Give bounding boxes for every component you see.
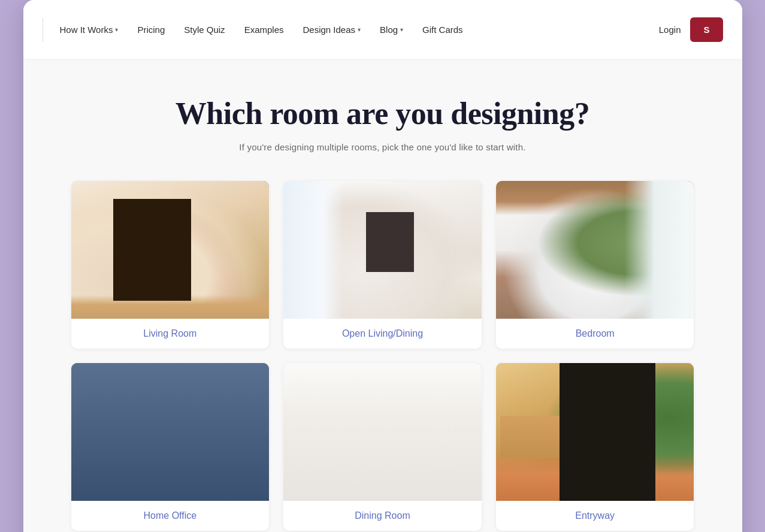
- page-title: Which room are you designing?: [71, 96, 694, 131]
- cta-button[interactable]: S: [690, 17, 722, 42]
- room-label-living-room: Living Room: [71, 319, 270, 349]
- nav-divider: [43, 18, 43, 42]
- room-image-open-living-dining: [283, 181, 482, 319]
- room-card-open-living-dining[interactable]: Open Living/Dining: [283, 181, 482, 349]
- room-label-open-living-dining: Open Living/Dining: [283, 319, 482, 349]
- room-label-bedroom: Bedroom: [496, 319, 694, 349]
- nav-links: How It Works▾PricingStyle QuizExamplesDe…: [60, 25, 659, 35]
- nav-link-design-ideas[interactable]: Design Ideas▾: [303, 25, 361, 35]
- room-card-dining-room[interactable]: Dining Room: [283, 363, 482, 531]
- login-button[interactable]: Login: [659, 25, 681, 35]
- room-card-living-room[interactable]: Living Room: [71, 181, 270, 349]
- room-label-dining-room: Dining Room: [283, 501, 482, 531]
- room-label-home-office: Home Office: [71, 501, 270, 531]
- main-window: How It Works▾PricingStyle QuizExamplesDe…: [23, 0, 742, 532]
- room-image-home-office: [71, 363, 270, 501]
- nav-link-blog[interactable]: Blog▾: [380, 25, 403, 35]
- nav-link-gift-cards[interactable]: Gift Cards: [422, 25, 463, 35]
- room-card-home-office[interactable]: Home Office: [71, 363, 270, 531]
- room-image-bedroom: [496, 181, 694, 319]
- nav-link-examples[interactable]: Examples: [244, 25, 284, 35]
- nav-link-pricing[interactable]: Pricing: [137, 25, 165, 35]
- page-subtitle: If you're designing multiple rooms, pick…: [71, 142, 694, 152]
- chevron-down-icon: ▾: [358, 26, 361, 33]
- room-card-bedroom[interactable]: Bedroom: [496, 181, 694, 349]
- room-image-entryway: [496, 363, 694, 501]
- room-image-dining-room: [283, 363, 482, 501]
- nav-right: Login S: [659, 17, 723, 42]
- nav-link-how-it-works[interactable]: How It Works▾: [60, 25, 119, 35]
- room-grid: Living RoomOpen Living/DiningBedroomHome…: [71, 181, 694, 531]
- nav-link-style-quiz[interactable]: Style Quiz: [184, 25, 225, 35]
- chevron-down-icon: ▾: [400, 26, 403, 33]
- room-label-entryway: Entryway: [496, 501, 694, 531]
- room-card-entryway[interactable]: Entryway: [496, 363, 694, 531]
- chevron-down-icon: ▾: [115, 26, 118, 33]
- main-content: Which room are you designing? If you're …: [23, 60, 742, 532]
- navbar: How It Works▾PricingStyle QuizExamplesDe…: [23, 0, 742, 60]
- room-image-living-room: [71, 181, 270, 319]
